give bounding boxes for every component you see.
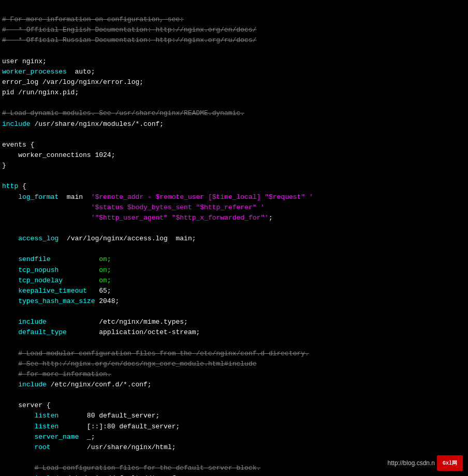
- watermark-url: http://blog.csdn.n: [388, 459, 435, 467]
- line-root: root /usr/share/nginx/html;: [2, 443, 176, 451]
- line-comment-1: # For more information on configuration,…: [2, 16, 184, 23]
- watermark-logo-text: Gxl网: [443, 459, 457, 467]
- line-server: server {: [2, 401, 51, 409]
- line-comment-load-config: # Load configuration files for the defau…: [2, 464, 260, 472]
- line-include-mime: include /etc/nginx/mime.types;: [2, 318, 188, 326]
- line-http: http {: [2, 182, 26, 190]
- watermark: http://blog.csdn.n Gxl网: [388, 455, 463, 471]
- line-typeshash: types_hash_max_size 2048;: [2, 297, 119, 305]
- line-accesslog: access_log /var/log/nginx/access.log mai…: [2, 235, 196, 242]
- line-comment-more: # for more information.: [2, 370, 111, 378]
- line-logformat3: '"$http_user_agent" "$http_x_forwarded_f…: [2, 214, 273, 222]
- line-pid: pid /run/nginx.pid;: [2, 89, 79, 96]
- line-comment-dynamic: # Load dynamic modules. See /usr/share/n…: [2, 109, 244, 117]
- line-worker-conn: worker_connections 1024;: [2, 151, 115, 159]
- line-events-close: }: [2, 162, 6, 169]
- line-events: events {: [2, 141, 34, 149]
- line-include-modules: include /usr/share/nginx/modules/*.conf;: [2, 120, 164, 128]
- line-comment-modular: # Load modular configuration files from …: [2, 350, 309, 357]
- line-defaulttype: default_type application/octet-stream;: [2, 328, 200, 336]
- line-keepalive: keepalive_timeout 65;: [2, 287, 111, 295]
- code-editor: # For more information on configuration,…: [0, 0, 468, 476]
- line-errorlog: error_log /var/log/nginx/error.log;: [2, 78, 143, 86]
- line-worker: worker_processes auto;: [2, 68, 95, 76]
- line-include-confd: include /etc/nginx/conf.d/*.conf;: [2, 381, 152, 388]
- line-sendfile: sendfile on;: [2, 255, 111, 263]
- line-comment-2: # * Official English Documentation: http…: [2, 26, 256, 34]
- line-listen80: listen 80 default_server;: [2, 412, 159, 420]
- line-user: user nginx;: [2, 57, 47, 65]
- line-comment-see: # See http://nginx.org/en/docs/ngx_core_…: [2, 360, 257, 368]
- line-logformat2: '$status $body_bytes_sent "$http_referer…: [2, 204, 265, 211]
- line-tcpnodelay: tcp_nodelay on;: [2, 277, 111, 284]
- watermark-logo: Gxl网: [437, 455, 463, 471]
- line-listen-ipv6: listen [::]:80 default_server;: [2, 423, 180, 430]
- line-servername: server_name _;: [2, 433, 95, 441]
- line-comment-3: # * Official Russian Documentation: http…: [2, 36, 256, 44]
- line-logformat1: log_format main '$remote_addr - $remote_…: [2, 193, 313, 201]
- line-tcpnopush: tcp_nopush on;: [2, 266, 111, 274]
